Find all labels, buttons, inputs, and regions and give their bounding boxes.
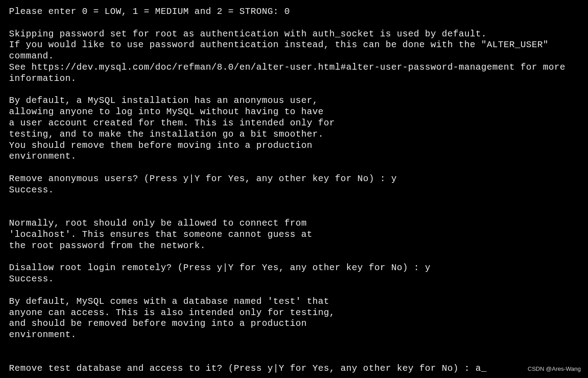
terminal-text-line: a user account created for them. This is… — [9, 118, 579, 129]
user-input: y — [425, 262, 431, 273]
terminal-text-line: If you would like to use password authen… — [9, 40, 579, 62]
terminal-text-line: testing, and to make the installation go… — [9, 129, 579, 140]
blank-line — [9, 18, 579, 29]
blank-line — [9, 162, 579, 173]
terminal-text-line: Success. — [9, 185, 579, 196]
active-user-input[interactable]: a — [476, 363, 481, 374]
terminal-text-line: See https://dev.mysql.com/doc/refman/8.0… — [9, 62, 579, 84]
watermark-text: CSDN @Ares-Wang — [528, 365, 581, 373]
terminal-output[interactable]: Please enter 0 = LOW, 1 = MEDIUM and 2 =… — [9, 6, 579, 374]
blank-line — [9, 252, 579, 263]
blank-line — [9, 341, 579, 352]
user-input: y — [391, 173, 397, 184]
terminal-prompt-line: Disallow root login remotely? (Press y|Y… — [9, 262, 579, 274]
user-input: 0 — [285, 6, 290, 17]
terminal-prompt-line: Please enter 0 = LOW, 1 = MEDIUM and 2 =… — [9, 6, 579, 18]
blank-line — [9, 207, 579, 218]
terminal-text-line: Success. — [9, 274, 579, 285]
blank-line — [9, 352, 579, 363]
blank-line — [9, 285, 579, 296]
prompt-text: Remove anonymous users? (Press y|Y for Y… — [9, 173, 391, 184]
prompt-text: Disallow root login remotely? (Press y|Y… — [9, 262, 425, 273]
terminal-text-line: Skipping password set for root as authen… — [9, 29, 579, 40]
prompt-text: Please enter 0 = LOW, 1 = MEDIUM and 2 =… — [9, 6, 285, 17]
blank-line — [9, 84, 579, 96]
terminal-text-line: allowing anyone to log into MySQL withou… — [9, 107, 579, 118]
terminal-text-line: 'localhost'. This ensures that someone c… — [9, 229, 579, 240]
terminal-text-line: environment. — [9, 151, 579, 162]
terminal-text-line: environment. — [9, 329, 579, 341]
cursor-icon: _ — [481, 363, 487, 374]
terminal-text-line: By default, MySQL comes with a database … — [9, 296, 579, 307]
terminal-text-line: You should remove them before moving int… — [9, 140, 579, 151]
blank-line — [9, 196, 579, 207]
terminal-text-line: the root password from the network. — [9, 240, 579, 252]
terminal-text-line: anyone can access. This is also intended… — [9, 307, 579, 319]
terminal-text-line: By default, a MySQL installation has an … — [9, 95, 579, 107]
terminal-prompt-line: Remove anonymous users? (Press y|Y for Y… — [9, 173, 579, 185]
prompt-text: Remove test database and access to it? (… — [9, 363, 476, 374]
terminal-text-line: and should be removed before moving into… — [9, 318, 579, 329]
terminal-text-line: Normally, root should only be allowed to… — [9, 218, 579, 229]
terminal-active-prompt[interactable]: Remove test database and access to it? (… — [9, 363, 579, 374]
